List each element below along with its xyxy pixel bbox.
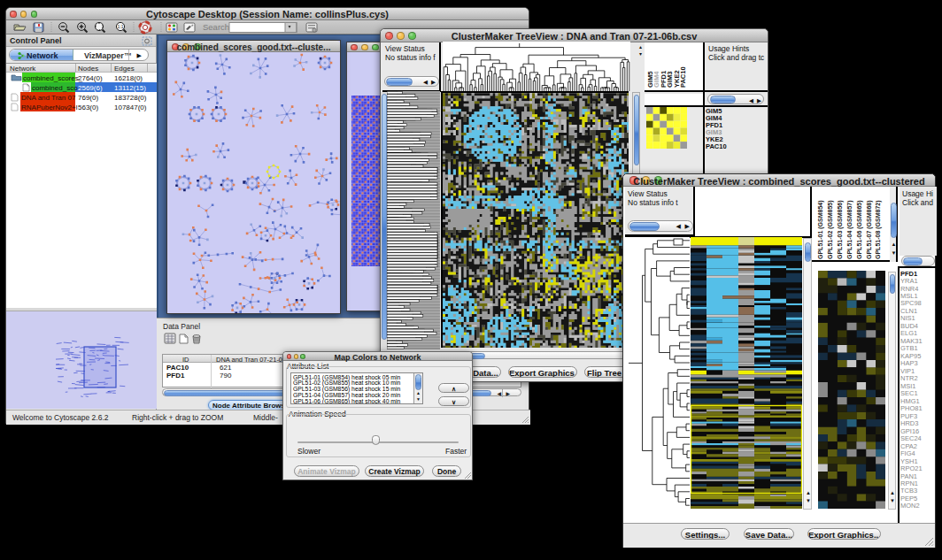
svg-text:Search:: Search: (203, 22, 232, 32)
svg-text:1:1: 1:1 (118, 24, 124, 29)
